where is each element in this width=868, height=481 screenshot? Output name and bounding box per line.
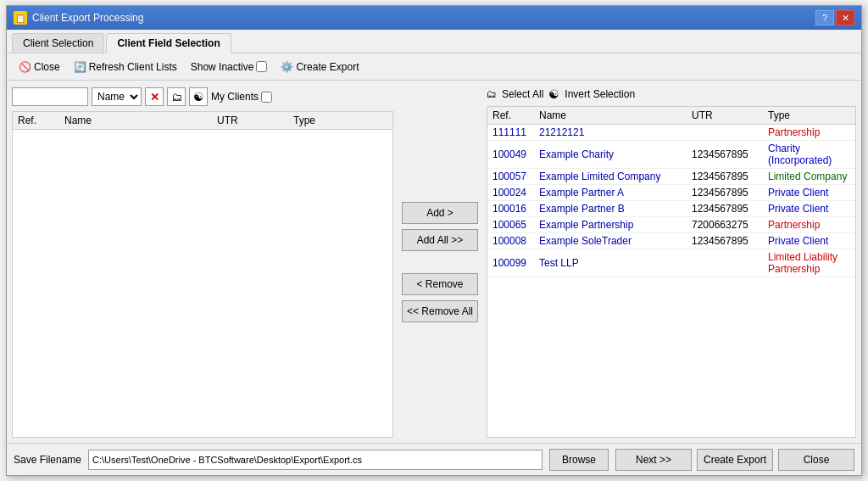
- show-inactive-button[interactable]: Show Inactive: [186, 59, 273, 75]
- cell-name: 21212121: [534, 125, 687, 141]
- left-col-ref: Ref.: [13, 112, 59, 130]
- tab-client-field-selection-label: Client Field Selection: [117, 37, 220, 49]
- tab-client-selection[interactable]: Client Selection: [12, 33, 104, 53]
- add-all-button[interactable]: Add All >>: [402, 229, 478, 251]
- right-col-type: Type: [763, 107, 855, 125]
- table-row[interactable]: 100049 Example Charity 1234567895 Charit…: [487, 141, 855, 169]
- table-row[interactable]: 111111 21212121 Partnership: [487, 125, 855, 141]
- remove-button[interactable]: < Remove: [402, 273, 478, 295]
- table-row[interactable]: 100065 Example Partnership 7200663275 Pa…: [487, 217, 855, 233]
- refresh-button[interactable]: 🔄 Refresh Client Lists: [69, 59, 182, 75]
- tab-client-selection-label: Client Selection: [23, 37, 93, 49]
- cell-type: Private Client: [763, 185, 855, 201]
- bottom-right-buttons: Next >> Create Export Close: [615, 449, 854, 471]
- show-inactive-checkbox[interactable]: [256, 61, 267, 72]
- left-col-type: Type: [288, 112, 392, 130]
- search-bar: Name ✕ 🗂 ☯ My Clients: [12, 86, 393, 108]
- left-col-utr: UTR: [212, 112, 288, 130]
- refresh-label: Refresh Client Lists: [89, 61, 177, 73]
- cell-utr: 1234567895: [687, 201, 763, 217]
- filter-select[interactable]: Name: [92, 87, 142, 106]
- cell-ref: 100024: [487, 185, 534, 201]
- create-export-toolbar-button[interactable]: ⚙️ Create Export: [275, 59, 364, 75]
- table-row[interactable]: 100099 Test LLP Limited Liability Partne…: [487, 249, 855, 277]
- tab-client-field-selection[interactable]: Client Field Selection: [106, 33, 231, 53]
- status-bar: Save Filename Browse Next >> Create Expo…: [7, 443, 861, 475]
- table-icon: 🗂: [487, 88, 497, 100]
- cell-ref: 100099: [487, 249, 534, 277]
- create-export-toolbar-label: Create Export: [296, 61, 359, 73]
- cell-type: Partnership: [763, 217, 855, 233]
- cell-utr: 1234567895: [687, 233, 763, 249]
- remove-all-button[interactable]: << Remove All: [402, 300, 478, 322]
- clear-search-button[interactable]: ✕: [145, 87, 164, 106]
- toolbar: 🚫 Close 🔄 Refresh Client Lists Show Inac…: [7, 53, 861, 81]
- right-toolbar: 🗂 Select All ☯ Invert Selection: [487, 86, 856, 103]
- my-clients-label: My Clients: [211, 91, 259, 103]
- right-panel: 🗂 Select All ☯ Invert Selection Ref. Nam…: [487, 86, 856, 438]
- table-row[interactable]: 100016 Example Partner B 1234567895 Priv…: [487, 201, 855, 217]
- cell-name: Test LLP: [534, 249, 687, 277]
- yin-yang-button[interactable]: ☯: [189, 87, 208, 106]
- cell-ref: 100016: [487, 201, 534, 217]
- title-bar-left: 📋 Client Export Processing: [14, 11, 143, 25]
- window-close-button[interactable]: ✕: [836, 10, 854, 25]
- filter-icon: 🗂: [171, 91, 182, 103]
- close-toolbar-label: Close: [34, 61, 60, 73]
- cell-ref: 100008: [487, 233, 534, 249]
- cell-ref: 111111: [487, 125, 534, 141]
- next-button[interactable]: Next >>: [615, 449, 692, 471]
- cell-utr: [687, 125, 763, 141]
- cell-name: Example Partner B: [534, 201, 687, 217]
- filter-button[interactable]: 🗂: [167, 87, 186, 106]
- window-title: Client Export Processing: [32, 12, 143, 24]
- cell-name: Example Limited Company: [534, 169, 687, 185]
- middle-buttons: Add > Add All >> < Remove << Remove All: [398, 86, 481, 438]
- create-export-button[interactable]: Create Export: [697, 449, 773, 471]
- select-all-button[interactable]: Select All: [502, 88, 543, 100]
- right-col-ref: Ref.: [487, 107, 534, 125]
- left-col-name: Name: [59, 112, 212, 130]
- close-icon: 🚫: [19, 61, 31, 73]
- cell-utr: 1234567895: [687, 185, 763, 201]
- invert-selection-label: Invert Selection: [565, 88, 635, 100]
- search-input[interactable]: [12, 87, 88, 106]
- cell-type: Partnership: [763, 125, 855, 141]
- browse-button[interactable]: Browse: [549, 449, 609, 471]
- cell-type: Limited Company: [763, 169, 855, 185]
- cell-ref: 100049: [487, 141, 534, 169]
- yin-yang-icon: ☯: [193, 90, 204, 103]
- right-client-table[interactable]: Ref. Name UTR Type 111111 21212121 Partn…: [487, 106, 856, 438]
- app-icon: 📋: [14, 11, 27, 25]
- main-content: Name ✕ 🗂 ☯ My Clients: [7, 81, 861, 443]
- right-col-utr: UTR: [687, 107, 763, 125]
- cell-type: Private Client: [763, 233, 855, 249]
- table-row[interactable]: 100057 Example Limited Company 123456789…: [487, 169, 855, 185]
- refresh-icon: 🔄: [74, 61, 86, 73]
- yin-yang-invert-icon: ☯: [548, 87, 559, 101]
- close-toolbar-button[interactable]: 🚫 Close: [14, 59, 65, 75]
- save-path-input[interactable]: [88, 450, 542, 470]
- cell-utr: 7200663275: [687, 217, 763, 233]
- close-button[interactable]: Close: [778, 449, 854, 471]
- left-panel: Name ✕ 🗂 ☯ My Clients: [12, 86, 393, 438]
- save-filename-label: Save Filename: [14, 454, 81, 466]
- show-inactive-label: Show Inactive: [191, 61, 254, 73]
- add-button[interactable]: Add >: [402, 202, 478, 224]
- x-icon: ✕: [150, 91, 159, 103]
- title-bar-controls: ? ✕: [815, 10, 854, 25]
- cell-utr: 1234567895: [687, 169, 763, 185]
- help-button[interactable]: ?: [815, 10, 834, 25]
- table-row[interactable]: 100008 Example SoleTrader 1234567895 Pri…: [487, 233, 855, 249]
- right-col-name: Name: [534, 107, 687, 125]
- left-client-table[interactable]: Ref. Name UTR Type: [12, 111, 393, 438]
- cell-name: Example Partner A: [534, 185, 687, 201]
- cell-type: Limited Liability Partnership: [763, 249, 855, 277]
- my-clients-checkbox[interactable]: [261, 92, 272, 103]
- cell-type: Private Client: [763, 201, 855, 217]
- cell-name: Example Charity: [534, 141, 687, 169]
- create-export-icon: ⚙️: [281, 61, 293, 73]
- table-row[interactable]: 100024 Example Partner A 1234567895 Priv…: [487, 185, 855, 201]
- cell-type: Charity (Incorporated): [763, 141, 855, 169]
- select-all-label: Select All: [502, 88, 543, 100]
